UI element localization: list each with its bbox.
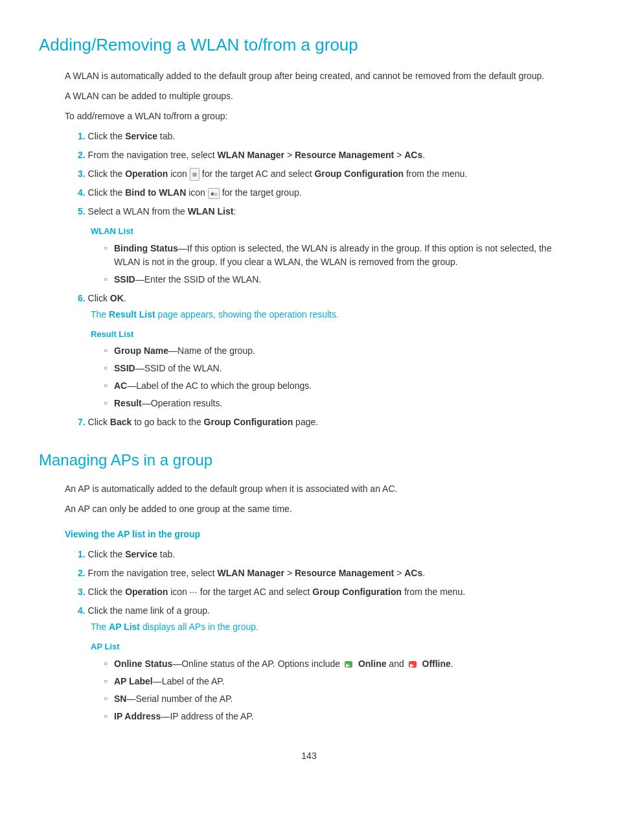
operation-dots-icon: ···	[190, 587, 198, 598]
step-7: 7. Click Back to go back to the Group Co…	[78, 415, 579, 429]
step4-text: Click the Bind to WLAN icon ✱𝑥 for the t…	[88, 187, 302, 198]
step7-group-config-bold: Group Configuration	[204, 417, 293, 427]
step1-num: 1.	[78, 131, 86, 141]
step6-num: 6.	[78, 293, 86, 303]
step3-bold2: Group Configuration	[314, 169, 404, 179]
result-result-bold: Result	[114, 398, 142, 408]
ap-ip-item: IP Address—IP address of the AP.	[104, 710, 579, 723]
ap-sn-item: SN—Serial number of the AP.	[104, 692, 579, 706]
operation-icon: ≡	[190, 168, 200, 181]
online-label: Online	[358, 659, 387, 669]
sub-step-1: 1. Click the Service tab.	[78, 548, 579, 561]
ap-ip-bold: IP Address	[114, 711, 161, 721]
result-ssid: SSID—SSID of the WLAN.	[104, 362, 579, 375]
step-2: 2. From the navigation tree, select WLAN…	[78, 148, 579, 162]
step-5: 5. Select a WLAN from the WLAN List: WLA…	[78, 205, 579, 286]
sub-step2-bold3: ACs	[404, 568, 422, 578]
sub-step-3: 3. Click the Operation icon ··· for the …	[78, 585, 579, 599]
sub-step2-num: 2.	[78, 568, 86, 578]
wlan-list-item-ssid: SSID—Enter the SSID of the WLAN.	[104, 273, 579, 286]
step6-sub-content: The Result List page appears, showing th…	[91, 308, 579, 411]
sub-step4-num: 4.	[78, 605, 86, 616]
ap-list-intro: The AP List displays all APs in the grou…	[91, 620, 579, 634]
sub-step3-num: 3.	[78, 587, 86, 597]
section2-intro2: An AP can only be added to one group at …	[65, 502, 579, 516]
section1-intro3: To add/remove a WLAN to/from a group:	[65, 110, 579, 123]
sub-step1-bold: Service	[125, 549, 157, 559]
sub-step3-bold: Operation	[125, 587, 168, 597]
binding-status-bold: Binding Status	[114, 243, 178, 253]
wlan-list-section: WLAN List Binding Status—If this option …	[91, 225, 579, 286]
step4-bold: Bind to WLAN	[125, 187, 186, 198]
step7-back-bold: Back	[110, 417, 132, 427]
subsection1-steps: 1. Click the Service tab. 2. From the na…	[78, 548, 579, 723]
sub-step4-sub-content: The AP List displays all APs in the grou…	[91, 620, 579, 723]
result-ac: AC—Label of the AC to which the group be…	[104, 379, 579, 393]
subsection1-title: Viewing the AP list in the group	[65, 528, 579, 541]
result-list-items: Group Name—Name of the group. SSID—SSID …	[104, 344, 579, 410]
step2-num: 2.	[78, 150, 86, 160]
step2-bold2: Resource Management	[295, 150, 394, 160]
sub-step2-bold1: WLAN Manager	[218, 568, 284, 578]
result-ac-bold: AC	[114, 380, 127, 391]
ap-label-bold: AP Label	[114, 676, 153, 686]
step1-bold: Service	[125, 131, 157, 141]
sub-step2-bold2: Resource Management	[295, 568, 394, 578]
result-list-label: Result List	[91, 328, 579, 341]
bind-wlan-icon: ✱𝑥	[208, 188, 220, 199]
step6-bold: OK	[110, 293, 124, 303]
step6-text: Click OK.	[88, 293, 126, 303]
online-status-icon-green: ▶	[344, 660, 354, 669]
sub-step4-text: Click the name link of a group.	[88, 605, 210, 616]
step7-num: 7.	[78, 417, 86, 427]
ap-label-item: AP Label—Label of the AP.	[104, 675, 579, 688]
step3-num: 3.	[78, 169, 86, 179]
result-group-name: Group Name—Name of the group.	[104, 344, 579, 358]
wlan-list-label: WLAN List	[91, 225, 579, 238]
ssid-bold: SSID	[114, 274, 135, 285]
step-1: 1. Click the Service tab.	[78, 130, 579, 143]
step-6: 6. Click OK. The Result List page appear…	[78, 292, 579, 411]
step-4: 4. Click the Bind to WLAN icon ✱𝑥 for th…	[78, 186, 579, 200]
sub-step-4: 4. Click the name link of a group. The A…	[78, 604, 579, 723]
section1-intro2: A WLAN can be added to multiple groups.	[65, 89, 579, 103]
step1-text: Click the Service tab.	[88, 131, 176, 141]
step2-bold1: WLAN Manager	[218, 150, 284, 160]
section2-intro1: An AP is automatically added to the defa…	[65, 482, 579, 496]
section2-title: Managing APs in a group	[39, 449, 579, 472]
online-status-bold: Online Status	[114, 659, 172, 669]
svg-text:▶: ▶	[346, 662, 350, 668]
result-result: Result—Operation results.	[104, 397, 579, 410]
step5-bold: WLAN List	[188, 206, 234, 216]
section1-content: A WLAN is automatically added to the def…	[65, 69, 579, 429]
result-list-bold: Result List	[109, 309, 155, 320]
wlan-list-item-binding: Binding Status—If this option is selecte…	[104, 242, 579, 269]
sub-step3-text: Click the Operation icon ··· for the tar…	[88, 587, 465, 597]
step2-bold3: ACs	[404, 150, 422, 160]
ap-list-bold: AP List	[109, 622, 140, 632]
ap-online-status: Online Status—Online status of the AP. O…	[104, 657, 579, 671]
group-name-bold: Group Name	[114, 345, 168, 356]
page-number: 143	[39, 749, 579, 763]
wlan-list-items: Binding Status—If this option is selecte…	[104, 242, 579, 286]
step7-text: Click Back to go back to the Group Confi…	[88, 417, 319, 427]
section1-steps: 1. Click the Service tab. 2. From the na…	[78, 130, 579, 429]
step4-num: 4.	[78, 187, 86, 198]
step3-bold: Operation	[125, 169, 168, 179]
ap-list-label: AP List	[91, 640, 579, 653]
ap-sn-bold: SN	[114, 694, 126, 704]
svg-text:▶: ▶	[410, 662, 415, 668]
sub-step2-text: From the navigation tree, select WLAN Ma…	[88, 568, 426, 578]
step-3: 3. Click the Operation icon ≡ for the ta…	[78, 167, 579, 181]
section1-intro1: A WLAN is automatically added to the def…	[65, 69, 579, 83]
step5-text: Select a WLAN from the WLAN List:	[88, 206, 236, 216]
step6-result-text: The Result List page appears, showing th…	[91, 308, 579, 321]
result-ssid-bold: SSID	[114, 363, 135, 373]
sub-step1-text: Click the Service tab.	[88, 549, 176, 559]
sub-step3-bold2: Group Configuration	[312, 587, 402, 597]
section2-content: An AP is automatically added to the defa…	[65, 482, 579, 723]
offline-label: Offline	[422, 659, 451, 669]
step2-text: From the navigation tree, select WLAN Ma…	[88, 150, 426, 160]
section1-title: Adding/Removing a WLAN to/from a group	[39, 32, 579, 58]
ap-list-items: Online Status—Online status of the AP. O…	[104, 657, 579, 723]
